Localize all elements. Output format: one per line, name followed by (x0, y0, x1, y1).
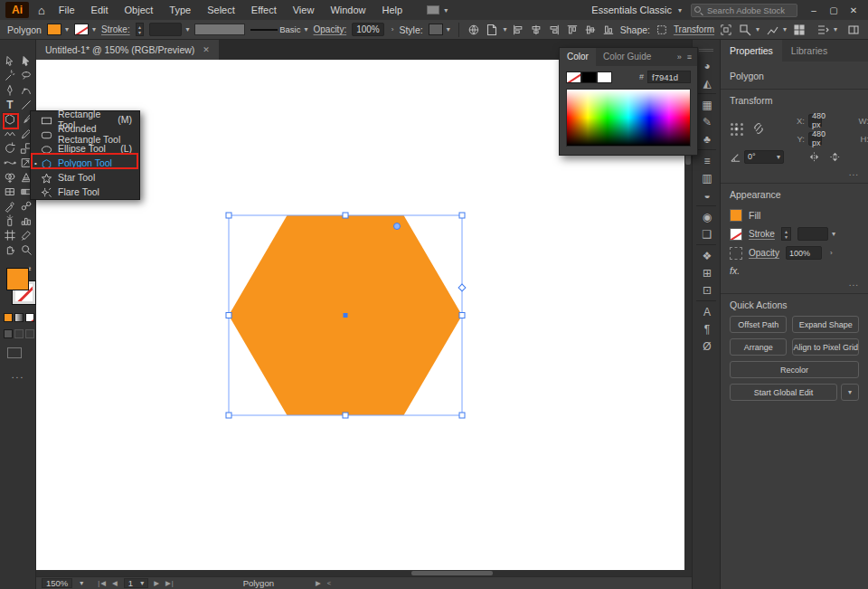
horizontal-scrollbar[interactable] (36, 570, 692, 576)
status-play-icon[interactable]: ▶ (316, 579, 322, 587)
next-artboard-icon[interactable]: ▶ (154, 579, 160, 587)
lasso-tool[interactable] (18, 69, 34, 83)
tab-libraries[interactable]: Libraries (782, 40, 836, 62)
tab-close-icon[interactable]: ✕ (203, 45, 210, 54)
zoom-level-field[interactable]: 150% (42, 578, 72, 588)
previous-artboard-icon[interactable]: ◀ (112, 579, 118, 587)
graphic-style-dropdown[interactable]: ▾ (429, 24, 450, 35)
offset-path-button[interactable]: Offset Path (730, 316, 787, 333)
stroke-weight-stepper-panel[interactable]: ▴▾ (781, 227, 791, 241)
mesh-tool[interactable] (2, 185, 18, 199)
arrange-button[interactable]: Arrange (730, 338, 787, 356)
close-button[interactable]: ✕ (846, 5, 861, 15)
opacity-label[interactable]: Opacity: (314, 24, 347, 34)
white-swatch[interactable] (597, 71, 612, 83)
align-middle-icon[interactable] (584, 23, 597, 37)
tab-color[interactable]: Color (560, 48, 596, 66)
stroke-weight-dropdown-panel[interactable]: ▾ (797, 227, 835, 241)
tab-color-guide[interactable]: Color Guide (596, 48, 658, 66)
hex-value-field[interactable]: f7941d (647, 71, 691, 83)
gradient-panel-icon[interactable]: ▥ (693, 169, 722, 186)
minimize-button[interactable]: – (807, 5, 821, 15)
menu-help[interactable]: Help (374, 0, 411, 20)
transform-more-options[interactable]: ... (730, 167, 859, 177)
column-graph-tool[interactable] (18, 214, 34, 228)
expand-shape-button[interactable]: Expand Shape (792, 316, 859, 333)
x-position-field[interactable]: 480 px (808, 114, 822, 128)
opacity-panel-flyout-icon[interactable]: › (830, 249, 833, 257)
home-icon[interactable]: ⌂ (38, 4, 45, 17)
first-artboard-icon[interactable]: |◀ (98, 579, 107, 587)
flyout-rounded-rectangle-tool[interactable]: Rounded Rectangle Tool (31, 127, 139, 141)
flyout-star-tool[interactable]: Star Tool (31, 170, 139, 185)
isolate-selection-icon[interactable]: ▾ (738, 23, 760, 37)
workspace-switcher[interactable]: Essentials Classic▾ (591, 5, 682, 15)
transform-label[interactable]: Transform (674, 24, 714, 34)
pen-tool[interactable] (2, 83, 18, 98)
dock-grip[interactable] (699, 49, 713, 52)
horizontal-scroll-thumb[interactable] (411, 571, 493, 575)
menu-view[interactable]: View (285, 0, 323, 20)
status-expand-icon[interactable]: < (327, 579, 332, 587)
transparency-panel-icon[interactable]: ◒ (693, 186, 722, 204)
stroke-weight-stepper[interactable]: ▴▾ (136, 23, 145, 36)
shape-builder-tool[interactable] (2, 170, 18, 185)
appearance-stroke-swatch[interactable] (730, 228, 742, 241)
recolor-button[interactable]: Recolor (730, 361, 859, 378)
graph-options-icon[interactable]: ▾ (765, 23, 787, 37)
stroke-weight-label[interactable]: Stroke: (101, 24, 130, 34)
artboard-tool[interactable] (2, 228, 18, 242)
search-input[interactable] (691, 4, 797, 17)
appearance-panel-icon[interactable]: ◉ (693, 208, 722, 225)
document-tab[interactable]: Untitled-1* @ 150% (RGB/Preview) ✕ (36, 40, 219, 60)
opacity-link[interactable]: Opacity (749, 248, 779, 258)
menu-select[interactable]: Select (199, 0, 243, 20)
draw-behind-button[interactable] (14, 329, 24, 338)
align-left-icon[interactable] (512, 23, 524, 37)
stroke-weight-dropdown[interactable]: ▾ (149, 23, 189, 36)
artboards-panel-icon[interactable]: ⊞ (693, 264, 722, 281)
panel-arrange-icon[interactable]: ▾ (816, 23, 837, 37)
opacity-flyout-icon[interactable]: › (392, 25, 394, 33)
menu-edit[interactable]: Edit (83, 0, 117, 20)
asset-export-panel-icon[interactable]: ⊡ (693, 281, 722, 299)
collapse-panel-icon[interactable]: » (677, 52, 682, 62)
menu-type[interactable]: Type (161, 0, 199, 20)
fill-proxy[interactable] (6, 268, 29, 290)
selection-tool[interactable] (2, 54, 18, 69)
gradient-mode-button[interactable] (14, 313, 24, 322)
flyout-flare-tool[interactable]: Flare Tool (31, 185, 139, 199)
align-to-pixel-grid-button[interactable]: Align to Pixel Grid (792, 338, 859, 356)
free-transform-icon[interactable] (720, 23, 732, 37)
y-position-field[interactable]: 480 px (808, 132, 822, 146)
menu-file[interactable]: File (51, 0, 83, 20)
opacity-field[interactable]: 100% (352, 23, 384, 36)
arrange-documents-icon[interactable]: ▾ (427, 5, 448, 14)
panel-menu-icon[interactable]: ≡ (687, 52, 692, 62)
curvature-tool[interactable] (18, 83, 34, 98)
brush-definition-preview[interactable] (194, 24, 245, 35)
stroke-color-dropdown[interactable]: ▾ (74, 24, 96, 35)
magic-wand-tool[interactable] (2, 69, 18, 83)
flip-vertical-icon[interactable] (829, 151, 841, 163)
edit-toolbar-button[interactable]: ... (0, 370, 36, 380)
appearance-fill-swatch[interactable] (730, 209, 742, 222)
fill-color-dropdown[interactable]: ▾ (47, 24, 69, 35)
graphic-styles-panel-icon[interactable]: ❑ (693, 225, 722, 242)
rotation-angle-dropdown[interactable]: 0°▾ (744, 150, 784, 164)
screen-mode-button[interactable] (7, 347, 22, 358)
flip-horizontal-icon[interactable] (808, 151, 820, 163)
all-tools-icon[interactable] (792, 23, 807, 37)
hand-tool[interactable] (2, 242, 18, 257)
document-info-globe-icon[interactable] (467, 23, 480, 37)
rotate-tool[interactable] (2, 141, 18, 156)
opacity-value-field[interactable]: 100% (786, 246, 822, 260)
menu-effect[interactable]: Effect (243, 0, 285, 20)
stroke-link[interactable]: Stroke (749, 229, 775, 239)
blend-tool[interactable] (18, 199, 34, 214)
direct-selection-tool[interactable] (18, 54, 34, 69)
paragraph-panel-icon[interactable]: ¶ (693, 320, 722, 337)
panel-options-icon[interactable] (846, 23, 861, 37)
effects-button[interactable]: fx. (730, 265, 859, 276)
appearance-opacity-swatch[interactable] (730, 247, 742, 260)
